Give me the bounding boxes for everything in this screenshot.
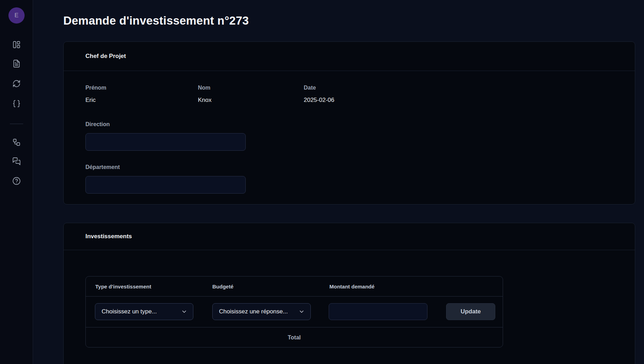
dashboard-icon[interactable] — [12, 40, 21, 49]
departement-label: Département — [85, 164, 120, 170]
type-select-value: Choisissez un type... — [102, 308, 157, 315]
sidebar: E — [0, 0, 33, 364]
braces-icon[interactable] — [12, 99, 21, 108]
prenom-value: Eric — [85, 97, 96, 104]
nom-label: Nom — [198, 85, 211, 91]
sync-icon[interactable] — [12, 79, 21, 88]
direction-label: Direction — [85, 121, 110, 128]
col-header-type: Type d'investissement — [95, 277, 151, 297]
page-title: Demande d'investissement n°273 — [63, 14, 249, 27]
investments-table: Type d'investissement Budgeté Montant de… — [85, 276, 503, 347]
total-label: Total — [288, 334, 301, 341]
amount-input[interactable] — [329, 303, 427, 320]
app-screen: E — [0, 0, 644, 364]
prenom-label: Prénom — [85, 85, 107, 91]
col-header-budget: Budgeté — [212, 277, 233, 297]
help-icon[interactable] — [12, 177, 21, 185]
chat-icon[interactable] — [12, 157, 21, 165]
sidebar-divider — [10, 124, 23, 124]
date-value: 2025-02-06 — [304, 97, 334, 104]
col-header-montant: Montant demandé — [329, 277, 374, 297]
direction-input[interactable] — [85, 133, 246, 151]
type-select[interactable]: Choisissez un type... — [95, 303, 193, 320]
project-leader-card: Chef de Projet Prénom Nom Date Eric Knox… — [63, 41, 635, 204]
investments-table-header-row: Type d'investissement Budgeté Montant de… — [86, 277, 503, 297]
total-row: Total — [86, 327, 503, 347]
investments-card: Investissements Type d'investissement Bu… — [63, 223, 635, 364]
departement-input[interactable] — [85, 176, 246, 194]
investments-card-title: Investissements — [64, 223, 635, 250]
budget-select-value: Choisissez une réponse... — [219, 308, 288, 315]
date-label: Date — [304, 85, 316, 91]
nom-value: Knox — [198, 97, 212, 104]
chevron-down-icon — [298, 308, 305, 315]
chevron-down-icon — [181, 308, 187, 315]
workflow-icon[interactable] — [12, 138, 21, 147]
budget-select[interactable]: Choisissez une réponse... — [212, 303, 311, 320]
file-text-icon[interactable] — [12, 59, 21, 68]
project-leader-card-title: Chef de Projet — [64, 42, 635, 71]
user-avatar[interactable]: E — [8, 7, 25, 24]
avatar-letter: E — [14, 12, 18, 19]
investments-table-row: Choisissez un type... Choisissez une rép… — [86, 297, 503, 327]
update-button[interactable]: Update — [446, 303, 495, 320]
